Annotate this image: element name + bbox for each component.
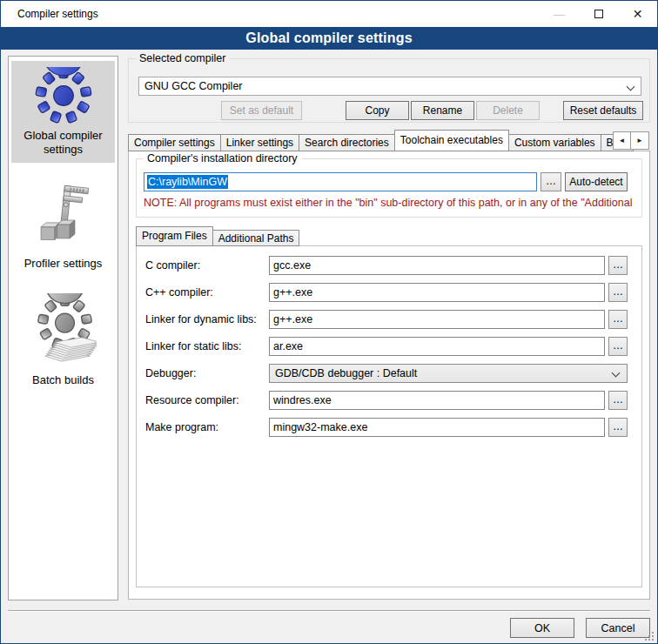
ellipsis-icon: … [613,339,623,352]
ellipsis-icon: … [613,312,623,325]
installation-directory-value: C:\raylib\MinGW [147,175,228,189]
tab-compiler-settings[interactable]: Compiler settings [128,134,220,151]
static-linker-input[interactable] [269,337,605,356]
installation-note: NOTE: All programs must exist either in … [144,197,640,209]
arrow-right-icon: ► [636,137,643,144]
ellipsis-icon: … [613,393,623,406]
sidebar-item-profiler-settings[interactable]: Profiler settings [11,173,115,278]
settings-category-sidebar: Global compiler settings [8,56,118,600]
dynamic-linker-input[interactable] [269,310,605,329]
c-compiler-browse-button[interactable]: … [608,256,628,275]
cancel-button[interactable]: Cancel [586,618,650,638]
tab-custom-variables[interactable]: Custom variables [509,134,601,151]
toolchain-executables-panel: Compiler's installation directory C:\ray… [128,151,650,600]
cpp-compiler-browse-button[interactable]: … [608,283,628,302]
compiler-select-value: GNU GCC Compiler [144,80,243,92]
c-compiler-label: C compiler: [145,259,269,272]
title-bar[interactable]: Compiler settings — ✕ [1,1,657,27]
tab-additional-paths[interactable]: Additional Paths [213,230,300,246]
form-row-debugger: Debugger: GDB/CDB debugger : Default [145,364,628,383]
set-as-default-button: Set as default [221,101,302,120]
page-title: Global compiler settings [1,27,657,50]
sidebar-item-label: Profiler settings [13,257,113,271]
dynamic-linker-label: Linker for dynamic libs: [145,313,269,325]
form-row-make-program: Make program: … [145,418,628,437]
cpp-compiler-label: C++ compiler: [145,286,269,299]
debugger-select[interactable]: GDB/CDB debugger : Default [269,364,628,383]
tab-toolchain-executables[interactable]: Toolchain executables [394,130,509,151]
sidebar-item-global-compiler-settings[interactable]: Global compiler settings [11,61,115,163]
installation-directory-group-title: Compiler's installation directory [144,152,301,164]
make-program-label: Make program: [145,421,269,433]
sidebar-item-label: Batch builds [13,373,113,387]
selected-compiler-group: Selected compiler GNU GCC Compiler Set a… [128,58,650,123]
delete-button: Delete [476,101,540,120]
debugger-label: Debugger: [145,367,269,379]
resource-compiler-input[interactable] [269,391,605,410]
sidebar-item-batch-builds[interactable]: Batch builds [11,288,115,394]
installation-directory-group: Compiler's installation directory C:\ray… [136,158,642,218]
tab-scroll-right-button[interactable]: ► [631,131,649,150]
resource-compiler-browse-button[interactable]: … [608,391,628,410]
static-linker-browse-button[interactable]: … [608,337,628,356]
tab-scroll-buttons: ◄ ► [613,131,649,150]
maximize-button[interactable] [579,1,618,27]
cpp-compiler-input[interactable] [269,283,605,302]
tab-linker-settings[interactable]: Linker settings [220,134,299,151]
selected-compiler-group-title: Selected compiler [136,52,229,64]
chevron-down-icon [627,83,635,91]
tab-search-directories[interactable]: Search directories [299,134,394,151]
arrow-left-icon: ◄ [619,137,626,144]
resource-compiler-label: Resource compiler: [145,394,269,406]
ellipsis-icon: … [613,285,623,298]
form-row-resource-compiler: Resource compiler: … [145,391,628,410]
close-icon: ✕ [633,7,643,21]
gear-stack-icon [13,293,113,370]
minimize-button: — [540,1,579,27]
window-title: Compiler settings [1,8,98,20]
caption-buttons: — ✕ [540,1,657,27]
dynamic-linker-browse-button[interactable]: … [608,310,628,329]
caliper-icon [13,178,113,253]
form-row-c-compiler: C compiler: … [145,256,628,275]
resize-grip-icon[interactable] [643,630,655,641]
make-program-browse-button[interactable]: … [608,418,628,437]
maximize-icon [594,10,603,18]
tab-program-files[interactable]: Program Files [136,226,213,246]
debugger-select-value: GDB/CDB debugger : Default [275,367,417,379]
chevron-down-icon [612,369,621,378]
installation-directory-browse-button[interactable]: … [540,172,561,191]
settings-tab-strip: Compiler settings Linker settings Search… [128,129,650,151]
form-row-static-linker: Linker for static libs: … [145,337,628,356]
make-program-input[interactable] [269,418,605,437]
installation-directory-input[interactable]: C:\raylib\MinGW [144,172,537,191]
sidebar-item-label: Global compiler settings [13,129,113,156]
ellipsis-icon: … [613,258,623,271]
ellipsis-icon: … [613,420,623,433]
form-row-dynamic-linker: Linker for dynamic libs: … [145,310,628,329]
rename-button[interactable]: Rename [411,101,474,120]
c-compiler-input[interactable] [269,256,605,275]
copy-button[interactable]: Copy [346,101,409,120]
ellipsis-icon: … [546,175,556,187]
footer-divider [8,610,650,612]
reset-defaults-button[interactable]: Reset defaults [563,101,643,120]
form-row-cpp-compiler: C++ compiler: … [145,283,628,302]
compiler-settings-dialog: Compiler settings — ✕ Global compiler se… [0,0,658,644]
program-files-tab-strip: Program Files Additional Paths [136,225,642,246]
close-button[interactable]: ✕ [618,1,657,27]
ok-button[interactable]: OK [510,618,574,638]
compiler-select[interactable]: GNU GCC Compiler [138,77,641,96]
static-linker-label: Linker for static libs: [145,340,269,352]
program-files-panel: C compiler: … C++ compiler: … Linker for… [136,245,642,587]
blue-gear-icon [13,66,113,125]
auto-detect-button[interactable]: Auto-detect [565,172,628,191]
minimize-icon: — [554,8,565,21]
tab-scroll-left-button[interactable]: ◄ [613,131,631,150]
